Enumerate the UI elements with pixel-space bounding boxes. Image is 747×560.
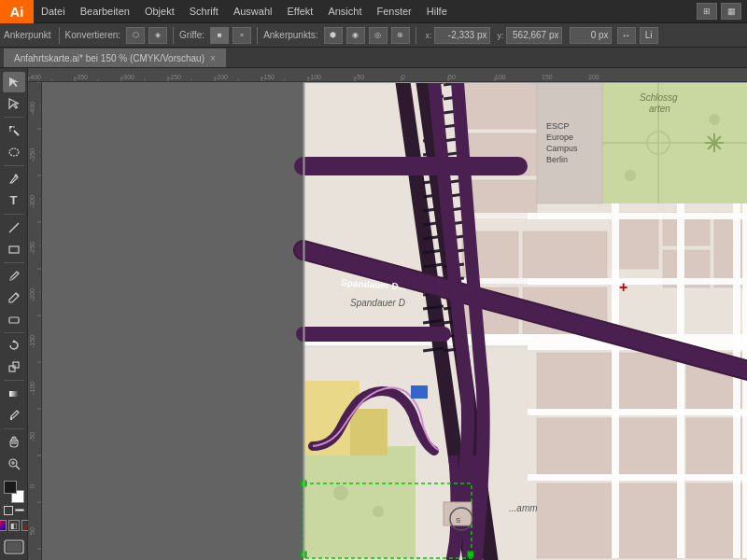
- menu-bearbeiten[interactable]: Bearbeiten: [73, 0, 137, 22]
- menu-hilfe[interactable]: Hilfe: [419, 0, 455, 22]
- lasso-tool[interactable]: [3, 142, 25, 162]
- menu-bar: Ai Datei Bearbeiten Objekt Schrift Auswa…: [0, 0, 747, 23]
- ap-icon1[interactable]: ⬢: [324, 27, 343, 44]
- svg-text:-100: -100: [29, 382, 35, 395]
- svg-text:-300: -300: [121, 74, 134, 80]
- menu-fenster[interactable]: Fenster: [369, 0, 418, 22]
- svg-text:0: 0: [29, 484, 35, 488]
- screen-mode-icon[interactable]: [4, 539, 24, 556]
- paintbrush-tool[interactable]: [3, 266, 25, 287]
- ankerpunkts-label: Ankerpunkts:: [263, 30, 317, 40]
- select-tool[interactable]: [3, 72, 25, 92]
- tool-sep3: [4, 214, 24, 215]
- eraser-tool[interactable]: [3, 309, 25, 329]
- svg-rect-134: [528, 474, 747, 481]
- gradient-tool[interactable]: [3, 384, 25, 404]
- eyedropper-tool[interactable]: [3, 405, 25, 426]
- svg-rect-189: [303, 82, 304, 558]
- tool-sep2: [4, 165, 24, 166]
- svg-rect-92: [303, 446, 416, 558]
- svg-rect-12: [9, 366, 15, 371]
- svg-text:Schlossg: Schlossg: [640, 92, 678, 103]
- stroke-fill-controls: [4, 506, 24, 515]
- sep1: [59, 27, 60, 44]
- sep3: [257, 27, 258, 44]
- ruler-top-marks: -400 -350 -300 -250 -200 -150 -100 -50 0…: [28, 68, 747, 81]
- convert-smooth-btn[interactable]: ◈: [148, 27, 167, 44]
- svg-rect-186: [411, 385, 428, 399]
- svg-text:50: 50: [29, 527, 35, 535]
- fill-indicator[interactable]: [15, 509, 24, 511]
- canvas-area: -400 -350 -300 -250 -200 -150 -100 -50 0…: [28, 68, 747, 560]
- hand-tool[interactable]: [3, 432, 25, 453]
- tool-sep7: [4, 428, 24, 429]
- screen-mode-btn[interactable]: ⊞: [697, 3, 717, 20]
- menu-objekt[interactable]: Objekt: [137, 0, 182, 22]
- z-input[interactable]: [570, 27, 612, 44]
- menu-schrift[interactable]: Schrift: [182, 0, 226, 22]
- type-tool[interactable]: T: [3, 190, 25, 211]
- tab-close-btn[interactable]: ×: [210, 53, 216, 63]
- svg-point-86: [709, 114, 720, 125]
- svg-text:-250: -250: [168, 74, 181, 80]
- ap-icon2[interactable]: ◉: [346, 27, 365, 44]
- sep2: [173, 27, 174, 44]
- arrange-btn[interactable]: ▦: [721, 3, 741, 20]
- stroke-indicator[interactable]: [4, 506, 13, 515]
- menu-auswahl[interactable]: Auswahl: [226, 0, 280, 22]
- ankerpunkt-label: Ankerpunkt: [4, 30, 51, 40]
- color-swatch-area: [2, 481, 26, 503]
- direct-select-tool[interactable]: [3, 93, 25, 114]
- line-tool[interactable]: [3, 217, 25, 238]
- svg-text:Spandauer D: Spandauer D: [350, 298, 405, 308]
- transform-btn2[interactable]: Li: [640, 27, 658, 44]
- sep4: [416, 27, 416, 44]
- svg-rect-119: [616, 418, 682, 474]
- document-tab[interactable]: Anfahrtskarte.ai* bei 150 % (CMYK/Vorsch…: [4, 49, 226, 67]
- z-coords: [570, 27, 612, 44]
- scale-tool[interactable]: [3, 357, 25, 377]
- rotate-tool[interactable]: [3, 335, 25, 356]
- svg-rect-122: [616, 483, 682, 558]
- svg-text:100: 100: [495, 74, 506, 80]
- svg-rect-118: [537, 418, 612, 474]
- svg-text:Berlin: Berlin: [546, 155, 568, 164]
- foreground-color-swatch[interactable]: [4, 481, 17, 494]
- menu-effekt[interactable]: Effekt: [279, 0, 320, 22]
- gradient-mode-btn[interactable]: ◧: [8, 520, 20, 531]
- griffe-icon2[interactable]: ×: [233, 27, 251, 44]
- y-label: y:: [498, 31, 504, 40]
- drawing-canvas[interactable]: ESCP Europe Campus Berlin Schlossg arten: [42, 82, 747, 560]
- ap-icon3[interactable]: ◎: [369, 27, 388, 44]
- svg-rect-21: [7, 542, 21, 552]
- svg-line-9: [16, 293, 19, 296]
- convert-corner-btn[interactable]: ⬡: [126, 27, 145, 44]
- griffe-icon1[interactable]: ■: [210, 27, 229, 44]
- x-input[interactable]: [434, 27, 490, 44]
- svg-marker-1: [9, 126, 13, 130]
- pencil-tool[interactable]: [3, 287, 25, 308]
- svg-rect-13: [13, 362, 19, 368]
- color-mode-btn[interactable]: [0, 520, 7, 531]
- svg-rect-130: [528, 213, 747, 219]
- svg-text:-200: -200: [215, 74, 228, 80]
- tool-sep5: [4, 332, 24, 333]
- ap-icon4[interactable]: ⊕: [391, 27, 410, 44]
- konvertieren-label: Konvertieren:: [65, 30, 120, 40]
- svg-rect-121: [537, 483, 612, 558]
- svg-text:-50: -50: [29, 432, 35, 441]
- magic-wand-tool[interactable]: [3, 120, 25, 141]
- svg-text:50: 50: [448, 74, 456, 80]
- transform-btn1[interactable]: ↔: [617, 27, 636, 44]
- y-input[interactable]: [506, 27, 562, 44]
- svg-rect-126: [612, 203, 619, 558]
- menu-ansicht[interactable]: Ansicht: [320, 0, 369, 22]
- svg-rect-15: [10, 417, 12, 420]
- menu-datei[interactable]: Datei: [34, 0, 73, 22]
- svg-text:-250: -250: [29, 242, 35, 255]
- svg-rect-7: [9, 246, 19, 253]
- rect-tool[interactable]: [3, 239, 25, 259]
- pen-tool[interactable]: [3, 169, 25, 189]
- options-toolbar: Ankerpunkt Konvertieren: ⬡ ◈ Griffe: ■ ×…: [0, 23, 747, 48]
- zoom-tool[interactable]: [3, 454, 25, 474]
